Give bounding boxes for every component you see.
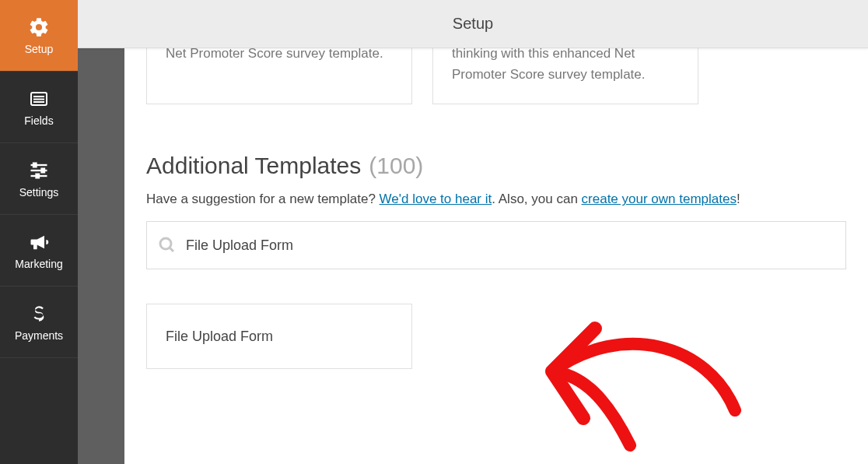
card-text: thinking with this enhanced Net Promoter… [452,46,645,82]
svg-line-11 [170,248,173,251]
list-icon [28,88,50,110]
sidebar-item-label: Setup [25,43,54,55]
gear-icon [28,16,50,38]
template-search[interactable] [146,221,846,269]
sidebar-item-marketing[interactable]: Marketing [0,215,78,286]
svg-rect-8 [42,168,45,172]
svg-point-10 [160,238,171,249]
subline-text: Have a suggestion for a new template? [146,192,380,206]
search-icon [158,236,177,255]
header-bar: Setup [78,0,868,48]
bullhorn-icon [28,231,50,253]
subline-text: ! [737,192,740,206]
sidebar-item-label: Fields [24,114,53,127]
page-title: Setup [453,15,493,33]
heading-text: Additional Templates [146,153,361,179]
setup-panel: Net Promoter Score survey template. thin… [124,48,868,464]
sidebar-item-label: Marketing [15,258,62,270]
sidebar-item-setup[interactable]: Setup [0,0,78,72]
svg-rect-7 [33,163,37,167]
template-result-file-upload[interactable]: File Upload Form [146,304,412,369]
dollar-icon [28,303,50,325]
sidebar: Setup Fields Settings Marketing Payments [0,0,78,464]
sliders-icon [28,160,50,181]
sidebar-item-settings[interactable]: Settings [0,143,78,215]
sidebar-item-payments[interactable]: Payments [0,286,78,358]
sidebar-item-label: Payments [15,329,63,342]
additional-templates-heading: Additional Templates (100) [146,153,846,179]
search-input[interactable] [186,237,835,254]
sidebar-item-fields[interactable]: Fields [0,72,78,143]
result-title: File Upload Form [166,329,273,345]
annotation-arrow [529,297,762,453]
templates-count: (100) [369,153,423,179]
subline-text: . Also, you can [492,192,581,206]
create-templates-link[interactable]: create your own templates [582,192,737,206]
subline: Have a suggestion for a new template? We… [146,192,846,207]
feedback-link[interactable]: We'd love to hear it [380,192,492,206]
svg-rect-9 [37,174,40,178]
sidebar-item-label: Settings [19,186,59,199]
